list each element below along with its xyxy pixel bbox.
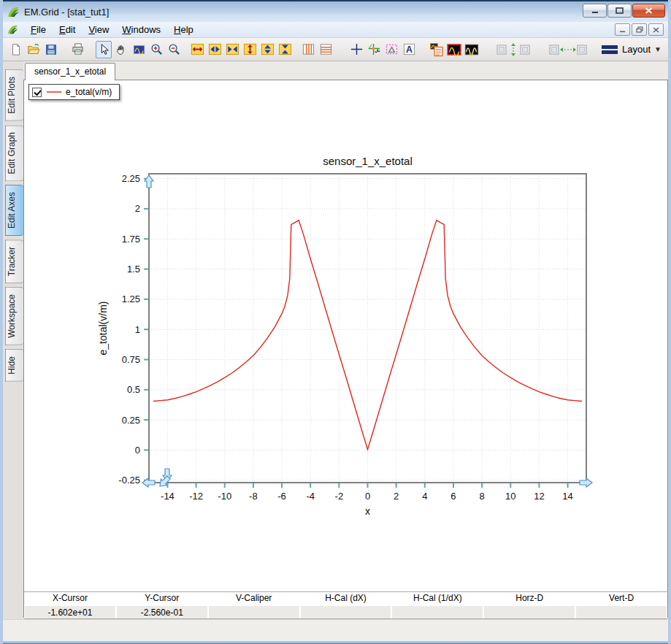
y-tick-label: -0.25	[118, 475, 140, 486]
mdi-minimize-button[interactable]	[615, 23, 630, 36]
x-tick-label: -6	[277, 491, 286, 502]
save-button[interactable]	[43, 41, 59, 58]
stretch-x-button[interactable]	[207, 41, 223, 58]
zoom-out-button[interactable]	[166, 41, 182, 58]
stretch-y-button[interactable]	[259, 41, 275, 58]
menu-bar: FileEditViewWindowsHelp	[3, 22, 668, 38]
report-button[interactable]	[429, 41, 445, 58]
plot-style-2-button[interactable]	[464, 41, 480, 58]
caliper-icon	[385, 42, 399, 56]
legend-box[interactable]: e_total(v/m)	[28, 84, 120, 100]
menu-item-help[interactable]: Help	[167, 23, 200, 37]
crosshair-icon	[350, 42, 364, 56]
tracker-button[interactable]	[366, 41, 382, 58]
fit-horizontal-button[interactable]	[547, 41, 589, 58]
zoom-in-button[interactable]	[148, 41, 164, 58]
y-tick-label: 1.5	[127, 264, 140, 275]
legend-checkbox[interactable]	[32, 88, 42, 97]
cursor-table-header-vert-d: Vert-D	[575, 592, 667, 605]
menu-item-windows[interactable]: Windows	[115, 23, 167, 37]
cursor-table-value-6	[575, 605, 667, 618]
app-window: EM.Grid - [stat_tut1] FileEditViewWindow…	[0, 0, 671, 644]
menu-items: FileEditViewWindowsHelp	[24, 24, 200, 35]
cursor-table-header-h-cal-1-dx-: H-Cal (1/dX)	[391, 592, 483, 605]
mdi-close-button[interactable]	[648, 23, 664, 36]
y-tick-label: 0.25	[122, 415, 140, 426]
y-tick-label: 1.75	[122, 234, 140, 245]
x-tick-label: -4	[306, 491, 315, 502]
fit-vertical-button[interactable]	[494, 41, 532, 58]
sidebar-tab-edit-axes[interactable]: Edit Axes	[5, 185, 23, 236]
report-icon	[429, 42, 444, 57]
crosshair-button[interactable]	[348, 41, 364, 58]
select-cursor-button[interactable]	[96, 41, 112, 58]
cursor-table-value-4	[391, 605, 483, 618]
save-floppy-icon	[45, 43, 58, 56]
horizontal-markers-button[interactable]	[318, 41, 334, 58]
cursor-table-value-2	[208, 605, 300, 618]
zoom-in-icon	[150, 42, 164, 56]
zoom-out-icon	[167, 42, 181, 56]
close-button[interactable]	[632, 4, 665, 18]
x-tick-label: -2	[335, 491, 344, 502]
print-icon	[71, 42, 85, 56]
zoom-window-icon	[132, 43, 146, 56]
shrink-x-button[interactable]	[224, 41, 240, 58]
document-tab-strip: sensor_1_x_etotal	[23, 61, 668, 80]
mdi-restore-button[interactable]	[632, 23, 647, 36]
pan-button[interactable]	[113, 41, 129, 58]
cursor-table-value-3	[300, 605, 392, 618]
y-tick-label: 0.5	[127, 384, 140, 395]
select-cursor-icon	[97, 43, 110, 56]
cursor-table-header-h-cal-dx-: H-Cal (dX)	[300, 592, 392, 605]
mdi-restore-icon	[636, 26, 643, 33]
axis-anchor-bottom-right[interactable]	[580, 478, 592, 487]
y-axis-label: e_total(v/m)	[97, 302, 109, 356]
document-logo-icon	[7, 24, 18, 35]
cursor-table-header-v-caliper: V-Caliper	[208, 592, 300, 605]
new-file-button[interactable]	[8, 41, 24, 58]
x-tick-label: 2	[394, 491, 399, 502]
chart-title: sensor_1_x_etotal	[323, 155, 413, 167]
plot-style-1-button[interactable]	[446, 41, 462, 58]
open-file-button[interactable]	[26, 41, 42, 58]
x-axis-label: x	[365, 505, 370, 517]
title-bar[interactable]: EM.Grid - [stat_tut1]	[0, 0, 671, 22]
menu-item-view[interactable]: View	[82, 23, 115, 37]
caliper-button[interactable]	[383, 41, 399, 58]
sidebar-tab-workspace[interactable]: Workspace	[5, 287, 23, 345]
vertical-markers-button[interactable]	[300, 41, 316, 58]
document-tab-sensor_1_x_etotal[interactable]: sensor_1_x_etotal	[25, 63, 115, 80]
open-folder-icon	[27, 43, 40, 56]
x-tick-label: -12	[189, 491, 203, 502]
cursor-table-value-5	[483, 605, 575, 618]
expand-y-button[interactable]	[242, 41, 258, 58]
x-tick-label: -10	[218, 491, 231, 502]
print-button[interactable]	[69, 41, 85, 58]
y-tick-label: 1	[135, 324, 140, 335]
side-tab-strip: Edit PlotsEdit GraphEdit AxesTrackerWork…	[3, 61, 23, 619]
sidebar-tab-edit-graph[interactable]: Edit Graph	[5, 125, 23, 181]
menu-item-file[interactable]: File	[24, 23, 53, 37]
zoom-window-button[interactable]	[131, 41, 147, 58]
sidebar-tab-tracker[interactable]: Tracker	[5, 239, 23, 283]
cursor-table-header-horz-d: Horz-D	[483, 592, 575, 605]
expand-x-button[interactable]	[189, 41, 205, 58]
shrink-y-button[interactable]	[277, 41, 293, 58]
axis-anchor-top-left[interactable]	[145, 175, 153, 188]
layout-dropdown[interactable]: Layout ▼	[597, 42, 666, 56]
x-tick-label: -8	[249, 491, 258, 502]
sidebar-tab-hide[interactable]: Hide	[5, 349, 23, 382]
minimize-button[interactable]	[583, 4, 607, 18]
sidebar-tab-edit-plots[interactable]: Edit Plots	[5, 69, 23, 121]
shrink-x-icon	[226, 42, 239, 56]
x-tick-label: 0	[365, 491, 370, 502]
text-annotation-icon: A	[402, 42, 416, 56]
menu-item-edit[interactable]: Edit	[53, 23, 82, 37]
text-annotation-button[interactable]: A	[401, 41, 417, 58]
x-tick-label: 6	[450, 491, 456, 502]
new-file-icon	[9, 43, 23, 56]
legend-line-sample	[47, 91, 61, 93]
close-icon	[645, 7, 653, 14]
maximize-button[interactable]	[607, 4, 632, 18]
